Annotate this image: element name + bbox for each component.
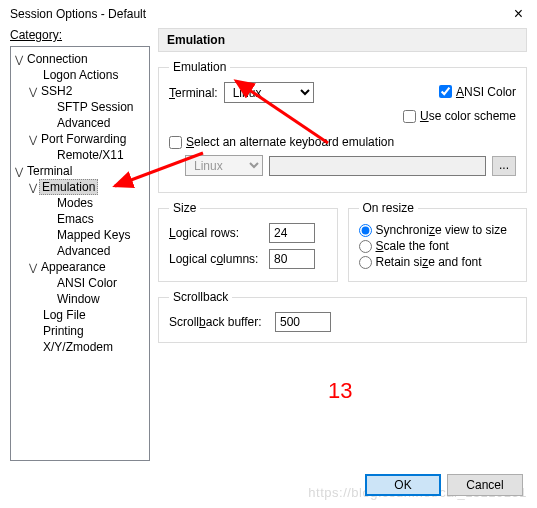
cols-label: Logical columns: — [169, 252, 263, 266]
resize-legend: On resize — [359, 201, 418, 215]
tree-terminal[interactable]: Terminal — [25, 164, 74, 178]
emulation-legend: Emulation — [169, 60, 230, 74]
expand-icon[interactable]: ⋁ — [13, 54, 25, 65]
cols-input[interactable] — [269, 249, 315, 269]
expand-icon[interactable]: ⋁ — [27, 262, 39, 273]
tree-window[interactable]: Window — [55, 292, 102, 306]
scrollback-label: Scrollback buffer: — [169, 315, 269, 329]
alt-keyboard-select: Linux — [185, 155, 263, 176]
tree-ssh2[interactable]: SSH2 — [39, 84, 74, 98]
alt-keyboard-path — [269, 156, 486, 176]
tree-logon[interactable]: Logon Actions — [41, 68, 120, 82]
category-panel: Category: ⋁Connection Logon Actions ⋁SSH… — [10, 28, 150, 461]
resize-sync-radio[interactable] — [359, 224, 372, 237]
terminal-select[interactable]: Linux — [224, 82, 314, 103]
resize-retain-radio[interactable] — [359, 256, 372, 269]
settings-panel: Emulation Emulation Terminal: Linux ANSI… — [158, 28, 527, 461]
panel-heading: Emulation — [158, 28, 527, 52]
tree-mapped[interactable]: Mapped Keys — [55, 228, 132, 242]
scrollback-group: Scrollback Scrollback buffer: — [158, 290, 527, 343]
color-scheme-label: Use color scheme — [420, 109, 516, 123]
tree-sftp[interactable]: SFTP Session — [55, 100, 135, 114]
expand-icon[interactable]: ⋁ — [27, 86, 39, 97]
rows-label: Logical rows: — [169, 226, 263, 240]
size-legend: Size — [169, 201, 200, 215]
tree-printing[interactable]: Printing — [41, 324, 86, 338]
tree-modes[interactable]: Modes — [55, 196, 95, 210]
tree-emulation[interactable]: Emulation — [39, 179, 98, 195]
tree-emacs[interactable]: Emacs — [55, 212, 96, 226]
ansi-color-label: ANSI Color — [456, 85, 516, 99]
scrollback-input[interactable] — [275, 312, 331, 332]
ansi-color-checkbox[interactable] — [439, 85, 452, 98]
resize-group: On resize Synchronize view to size Scale… — [348, 201, 528, 282]
expand-icon[interactable]: ⋁ — [27, 134, 39, 145]
tree-portfwd[interactable]: Port Forwarding — [39, 132, 128, 146]
expand-icon[interactable]: ⋁ — [27, 182, 39, 193]
alt-keyboard-label: Select an alternate keyboard emulation — [186, 135, 394, 149]
category-label: Category: — [10, 28, 62, 42]
tree-ansi[interactable]: ANSI Color — [55, 276, 119, 290]
scrollback-legend: Scrollback — [169, 290, 232, 304]
alt-keyboard-checkbox[interactable] — [169, 136, 182, 149]
title-bar: Session Options - Default × — [0, 0, 537, 28]
color-scheme-checkbox[interactable] — [403, 110, 416, 123]
tree-appearance[interactable]: Appearance — [39, 260, 108, 274]
resize-scale-label: Scale the font — [376, 239, 449, 253]
annotation-number: 13 — [328, 378, 352, 404]
category-tree[interactable]: ⋁Connection Logon Actions ⋁SSH2 SFTP Ses… — [10, 46, 150, 461]
browse-button[interactable]: ... — [492, 156, 516, 176]
tree-remotex11[interactable]: Remote/X11 — [55, 148, 126, 162]
window-title: Session Options - Default — [10, 7, 146, 21]
tree-xyz[interactable]: X/Y/Zmodem — [41, 340, 115, 354]
expand-icon[interactable]: ⋁ — [13, 166, 25, 177]
size-group: Size Logical rows: Logical columns: — [158, 201, 338, 282]
close-icon[interactable]: × — [508, 5, 529, 23]
resize-retain-label: Retain size and font — [376, 255, 482, 269]
tree-logfile[interactable]: Log File — [41, 308, 88, 322]
resize-scale-radio[interactable] — [359, 240, 372, 253]
terminal-label: Terminal: — [169, 86, 218, 100]
dialog-buttons: OK Cancel — [365, 474, 523, 496]
tree-advanced-2[interactable]: Advanced — [55, 244, 112, 258]
cancel-button[interactable]: Cancel — [447, 474, 523, 496]
rows-input[interactable] — [269, 223, 315, 243]
ok-button[interactable]: OK — [365, 474, 441, 496]
resize-sync-label: Synchronize view to size — [376, 223, 507, 237]
emulation-group: Emulation Terminal: Linux ANSI Color Use… — [158, 60, 527, 193]
tree-advanced-1[interactable]: Advanced — [55, 116, 112, 130]
tree-connection[interactable]: Connection — [25, 52, 90, 66]
